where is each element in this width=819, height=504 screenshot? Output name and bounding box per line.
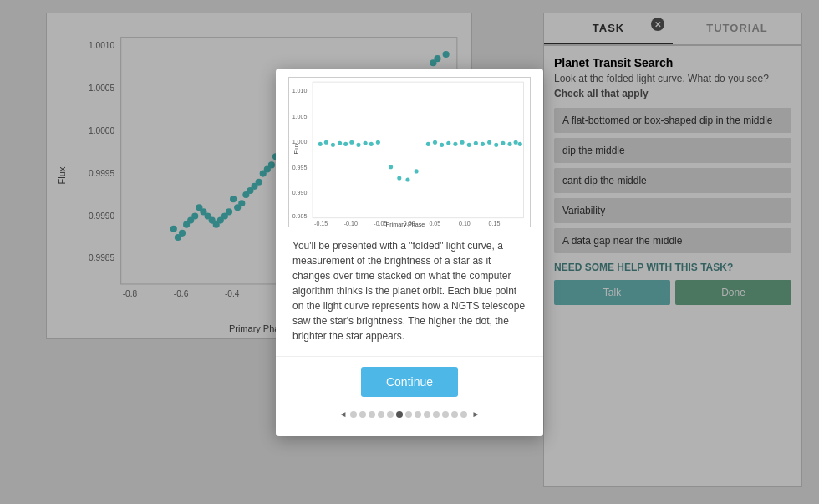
prev-page-arrow[interactable]: ◄ — [339, 410, 348, 419]
svg-point-91 — [494, 142, 498, 146]
page-dot-11[interactable] — [442, 411, 449, 418]
svg-point-81 — [426, 141, 430, 145]
svg-rect-66 — [313, 82, 523, 218]
svg-point-87 — [467, 142, 471, 146]
svg-point-89 — [481, 141, 485, 145]
svg-point-76 — [376, 140, 380, 144]
svg-point-88 — [474, 140, 478, 145]
page-dot-4[interactable] — [378, 411, 384, 418]
svg-point-74 — [364, 140, 368, 145]
svg-point-92 — [501, 140, 505, 145]
svg-text:-0.10: -0.10 — [344, 220, 358, 226]
page-dot-6[interactable] — [396, 411, 403, 418]
svg-text:Primary Phase: Primary Phase — [386, 221, 425, 227]
page-dot-1[interactable] — [350, 411, 357, 418]
svg-point-79 — [405, 177, 410, 181]
modal-pagination: ◄ ► — [276, 404, 543, 424]
page-dot-12[interactable] — [451, 411, 458, 418]
svg-text:-0.15: -0.15 — [314, 220, 328, 226]
svg-point-75 — [369, 141, 374, 145]
svg-point-94 — [514, 140, 518, 144]
svg-text:0.15: 0.15 — [489, 220, 501, 226]
svg-point-73 — [356, 142, 360, 146]
svg-text:1.005: 1.005 — [292, 113, 308, 120]
svg-point-72 — [349, 140, 354, 144]
svg-point-84 — [446, 140, 450, 145]
svg-point-95 — [518, 141, 522, 145]
page-dot-3[interactable] — [369, 411, 375, 418]
modal-continue-area: Continue — [276, 357, 543, 404]
page-dot-8[interactable] — [415, 411, 421, 418]
svg-point-86 — [460, 140, 465, 144]
svg-point-67 — [318, 141, 323, 145]
page-dot-2[interactable] — [359, 411, 366, 418]
page-dot-13[interactable] — [460, 411, 467, 418]
svg-point-82 — [433, 140, 437, 144]
tutorial-modal: 1.010 1.005 1.000 0.995 0.990 0.985 -0.1… — [276, 69, 543, 436]
svg-text:0.05: 0.05 — [429, 220, 440, 226]
svg-point-71 — [343, 141, 348, 145]
svg-point-85 — [453, 141, 457, 145]
svg-point-77 — [389, 165, 393, 169]
svg-text:0.10: 0.10 — [459, 220, 471, 226]
page-dot-9[interactable] — [424, 411, 430, 418]
page-dot-7[interactable] — [405, 411, 412, 418]
continue-button[interactable]: Continue — [361, 367, 458, 397]
svg-text:0.995: 0.995 — [292, 164, 308, 171]
svg-point-90 — [487, 140, 491, 144]
mini-chart-svg: 1.010 1.005 1.000 0.995 0.990 0.985 -0.1… — [289, 78, 530, 227]
svg-point-80 — [415, 169, 419, 173]
svg-text:Flux: Flux — [293, 142, 300, 154]
svg-point-83 — [440, 142, 444, 146]
modal-chart-area: 1.010 1.005 1.000 0.995 0.990 0.985 -0.1… — [276, 69, 543, 232]
svg-point-70 — [338, 140, 342, 145]
mini-chart: 1.010 1.005 1.000 0.995 0.990 0.985 -0.1… — [288, 77, 531, 227]
next-page-arrow[interactable]: ► — [472, 410, 481, 419]
svg-point-78 — [397, 176, 401, 180]
svg-point-68 — [324, 140, 328, 144]
modal-overlay: 1.010 1.005 1.000 0.995 0.990 0.985 -0.1… — [0, 0, 819, 504]
svg-text:0.990: 0.990 — [292, 190, 308, 196]
svg-point-69 — [331, 142, 335, 146]
modal-description: You'll be presented with a "folded" ligh… — [276, 232, 543, 357]
page-dot-10[interactable] — [433, 411, 440, 418]
svg-point-93 — [507, 141, 511, 145]
page-dot-5[interactable] — [387, 411, 394, 418]
svg-text:1.010: 1.010 — [292, 88, 308, 94]
svg-text:0.985: 0.985 — [292, 212, 308, 219]
